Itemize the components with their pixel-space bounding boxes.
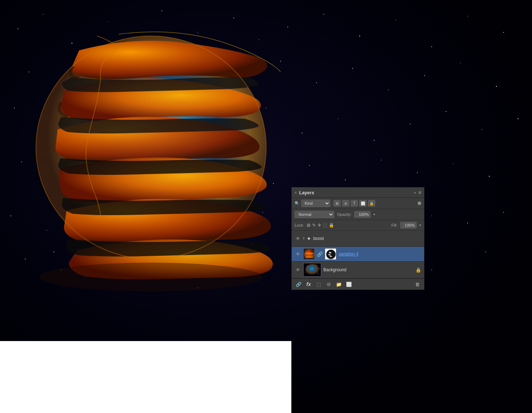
chain-link-icon[interactable]: 🔗 — [317, 251, 323, 257]
filter-icons: ⊞ ⊘ T ⬜ 🔒 — [333, 200, 375, 206]
blend-mode-row: Normal Dissolve Multiply Screen Overlay … — [292, 209, 424, 220]
svg-point-38 — [302, 133, 303, 133]
svg-point-68 — [431, 215, 432, 216]
svg-point-42 — [446, 111, 446, 112]
layer-name-background: Background — [323, 267, 413, 272]
svg-point-53 — [309, 165, 310, 166]
svg-point-12 — [395, 19, 396, 20]
svg-point-26 — [388, 90, 389, 90]
opacity-dropdown-arrow[interactable]: ▾ — [373, 213, 375, 216]
sphere-artwork — [7, 7, 295, 320]
svg-point-14 — [467, 16, 468, 17]
svg-point-29 — [496, 86, 497, 87]
svg-point-39 — [338, 118, 338, 119]
layer-row-variation4[interactable]: 👁 🔗 — [292, 247, 424, 262]
svg-point-97 — [305, 272, 305, 272]
pixel-filter-icon[interactable]: ⊞ — [333, 200, 341, 206]
svg-point-15 — [503, 32, 504, 33]
fill-dropdown-arrow[interactable]: ▾ — [419, 223, 421, 227]
delete-layer-icon[interactable]: 🗑 — [413, 281, 421, 288]
svg-point-57 — [453, 163, 453, 164]
lock-image-icon[interactable]: ✎ — [312, 223, 316, 228]
new-fill-layer-icon[interactable]: ⬚ — [315, 281, 323, 288]
svg-point-95 — [316, 265, 316, 265]
panel-collapse-button[interactable]: « — [414, 190, 416, 195]
layer-row-boost[interactable]: 👁 f ✦ boost — [292, 231, 424, 247]
svg-point-13 — [431, 46, 432, 47]
svg-point-96 — [319, 268, 320, 269]
svg-point-81 — [431, 269, 432, 271]
svg-point-93 — [305, 264, 320, 276]
fx-button[interactable]: fx — [305, 281, 313, 288]
search-icon: 🔍 — [295, 201, 300, 206]
svg-point-40 — [374, 140, 374, 141]
svg-point-69 — [467, 223, 468, 223]
layer-name-variation4: variation 4 — [338, 251, 421, 257]
svg-point-43 — [482, 129, 482, 130]
svg-point-54 — [345, 180, 346, 180]
opacity-label: Opacity: — [337, 212, 351, 217]
visibility-eye-boost[interactable]: 👁 — [295, 235, 301, 242]
kind-select[interactable]: Kind Name Effect Mode — [301, 200, 330, 207]
svg-point-41 — [410, 124, 410, 124]
panel-close-button[interactable]: × — [295, 190, 297, 195]
visibility-eye-background[interactable]: 👁 — [295, 267, 301, 273]
fill-label: Fill: — [391, 223, 397, 227]
fx-icon-boost: f — [303, 236, 304, 241]
layer-thumbnail-variation4-right — [325, 248, 336, 260]
svg-point-28 — [460, 63, 460, 63]
layer-row-background[interactable]: 👁 — [292, 262, 424, 278]
layer-name-boost: boost — [313, 236, 421, 241]
link-layers-icon[interactable]: 🔗 — [295, 281, 303, 288]
visibility-eye-variation4[interactable]: 👁 — [295, 251, 301, 257]
panel-footer: 🔗 fx ⬚ ⊘ 📁 ⬜ 🗑 — [292, 278, 424, 290]
new-layer-icon[interactable]: ⬜ — [345, 281, 353, 288]
panel-title: Layers — [299, 190, 411, 195]
filter-toggle-dot[interactable] — [418, 201, 421, 205]
blend-mode-select[interactable]: Normal Dissolve Multiply Screen Overlay — [295, 211, 334, 218]
lock-all-icon[interactable]: 🔒 — [329, 223, 334, 228]
svg-point-94 — [307, 266, 308, 267]
canvas-white-area — [0, 341, 291, 413]
panel-menu-icon[interactable]: ≡ — [418, 190, 421, 195]
layer-thumbnail-background — [303, 263, 321, 277]
lock-transparent-icon[interactable]: ⊞ — [307, 223, 310, 228]
fill-input[interactable]: 100% — [400, 222, 417, 228]
svg-point-58 — [489, 176, 490, 177]
svg-point-55 — [381, 160, 382, 160]
svg-point-11 — [359, 36, 360, 36]
lock-artboard-icon[interactable]: ⬚ — [323, 223, 327, 228]
adjustment-layer-icon[interactable]: ⊘ — [325, 281, 333, 288]
lock-row: Lock: ⊞ ✎ ✛ ⬚ 🔒 Fill: 100% ▾ — [292, 220, 424, 231]
lock-label: Lock: — [295, 223, 304, 227]
svg-point-27 — [424, 75, 425, 76]
layer-thumbnail-variation4-left — [303, 248, 315, 260]
svg-point-24 — [316, 82, 317, 83]
svg-point-44 — [518, 118, 518, 119]
lock-background-icon: 🔒 — [415, 267, 421, 273]
opacity-input[interactable]: 100% — [354, 211, 370, 218]
panel-header: × Layers « ≡ — [292, 187, 424, 198]
svg-point-80 — [485, 251, 486, 253]
lock-position-icon[interactable]: ✛ — [318, 223, 321, 228]
layers-panel: × Layers « ≡ 🔍 Kind Name Effect Mode ⊞ ⊘… — [291, 187, 424, 290]
svg-point-56 — [417, 172, 418, 173]
svg-point-98 — [318, 273, 318, 274]
filter-row: 🔍 Kind Name Effect Mode ⊞ ⊘ T ⬜ 🔒 — [292, 198, 424, 209]
adjustment-filter-icon[interactable]: ⊘ — [342, 200, 349, 206]
type-filter-icon[interactable]: T — [351, 200, 358, 206]
lock-icons: ⊞ ✎ ✛ ⬚ 🔒 — [307, 223, 334, 228]
svg-point-84 — [40, 263, 263, 291]
svg-point-10 — [323, 14, 324, 15]
new-group-icon[interactable]: 📁 — [335, 281, 343, 288]
svg-point-25 — [352, 68, 353, 69]
shape-filter-icon[interactable]: ⬜ — [359, 200, 367, 206]
svg-point-70 — [503, 212, 504, 213]
smart-filter-icon[interactable]: 🔒 — [368, 200, 375, 206]
brightness-icon-boost: ✦ — [306, 235, 311, 242]
